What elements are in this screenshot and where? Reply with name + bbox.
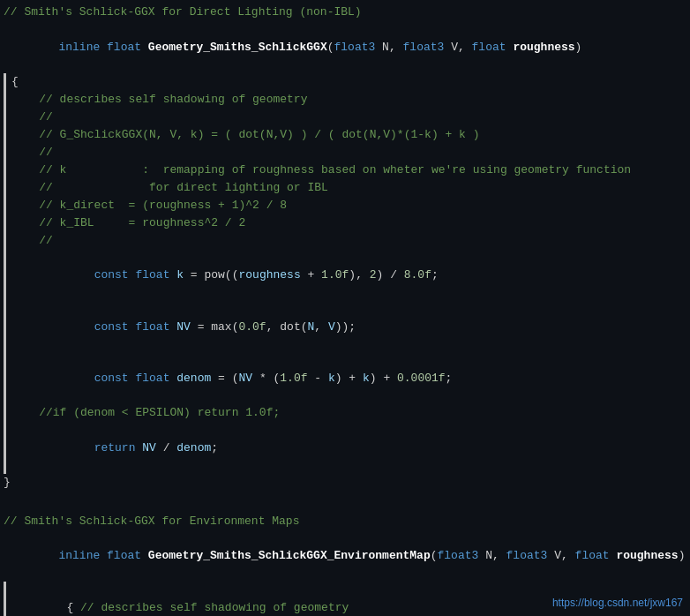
left-bar bbox=[4, 232, 6, 250]
line: const float denom = (NV * (1.0f - k) + k… bbox=[0, 353, 690, 405]
left-bar bbox=[4, 144, 6, 162]
left-bar bbox=[4, 582, 6, 616]
left-bar bbox=[4, 162, 6, 179]
line: // describes self shadowing of geometry bbox=[0, 91, 690, 109]
func-name-1: Geometry_Smiths_SchlickGGX bbox=[148, 41, 327, 54]
line: return NV / denom; bbox=[0, 422, 690, 474]
line: // Smith's Schlick-GGX for Direct Lighti… bbox=[0, 4, 690, 21]
function-signature-2: inline float Geometry_Smiths_SchlickGGX_… bbox=[0, 530, 690, 582]
function-signature-1: inline float Geometry_Smiths_SchlickGGX(… bbox=[0, 21, 690, 73]
line: // k : remapping of roughness based on w… bbox=[0, 162, 690, 179]
comment-header-1: // Smith's Schlick-GGX for Direct Lighti… bbox=[4, 4, 683, 21]
line: // Smith's Schlick-GGX for Environment M… bbox=[0, 513, 690, 530]
keyword-float: float bbox=[107, 41, 148, 54]
code-block-1: // Smith's Schlick-GGX for Direct Lighti… bbox=[0, 0, 690, 495]
line: // bbox=[0, 144, 690, 162]
left-bar bbox=[4, 197, 6, 214]
line: const float k = pow((roughness + 1.0f), … bbox=[0, 250, 690, 302]
left-bar bbox=[4, 250, 6, 302]
left-bar bbox=[4, 422, 6, 474]
left-bar bbox=[4, 353, 6, 405]
watermark: https://blog.csdn.net/jxw167 bbox=[552, 597, 683, 609]
keyword-inline: inline bbox=[58, 41, 107, 54]
left-bar bbox=[4, 301, 6, 353]
open-brace-1: { bbox=[0, 73, 690, 91]
left-bar bbox=[4, 179, 6, 197]
left-bar bbox=[4, 91, 6, 109]
separator bbox=[0, 495, 690, 509]
func-name-2: Geometry_Smiths_SchlickGGX_EnvironmentMa… bbox=[148, 549, 431, 562]
left-bar bbox=[4, 109, 6, 126]
line: // bbox=[0, 109, 690, 126]
line: //if (denom < EPSILON) return 1.0f; bbox=[0, 404, 690, 422]
code-container: // Smith's Schlick-GGX for Direct Lighti… bbox=[0, 0, 690, 616]
line: // bbox=[0, 232, 690, 250]
left-bar bbox=[4, 404, 6, 422]
left-bar bbox=[4, 214, 6, 232]
left-bar bbox=[4, 73, 6, 91]
line: // for direct lighting or IBL bbox=[0, 179, 690, 197]
close-brace-1: } bbox=[0, 474, 690, 492]
left-bar bbox=[4, 126, 6, 144]
line: // k_IBL = roughness^2 / 2 bbox=[0, 214, 690, 232]
comment-header-2: // Smith's Schlick-GGX for Environment M… bbox=[4, 513, 683, 530]
line: // k_direct = (roughness + 1)^2 / 8 bbox=[0, 197, 690, 214]
line: // G_ShclickGGX(N, V, k) = ( dot(N,V) ) … bbox=[0, 126, 690, 144]
line: const float NV = max(0.0f, dot(N, V)); bbox=[0, 301, 690, 353]
